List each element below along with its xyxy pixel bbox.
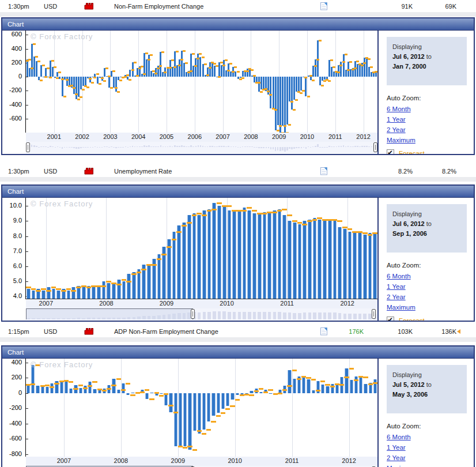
bar bbox=[197, 215, 201, 299]
forecast-marker bbox=[273, 393, 278, 395]
nav-mini-bar bbox=[326, 147, 328, 148]
y-tick-label: -400 bbox=[2, 101, 22, 108]
forecast-marker bbox=[202, 433, 206, 435]
forecast-link[interactable]: Forecast bbox=[399, 317, 425, 321]
nav-handle[interactable] bbox=[372, 309, 376, 319]
nav-mini-bar bbox=[66, 147, 68, 148]
nav-mini-bar bbox=[211, 146, 213, 147]
bar bbox=[236, 393, 239, 395]
forecast-marker bbox=[51, 287, 56, 288]
event-row[interactable]: 1:15pm USD ADP Non-Farm Employment Chang… bbox=[0, 325, 476, 337]
forecast-marker bbox=[347, 69, 350, 71]
forecast-marker bbox=[267, 212, 272, 213]
nav-scrollbar[interactable] bbox=[26, 142, 377, 153]
bar bbox=[217, 206, 221, 299]
gridline bbox=[335, 31, 336, 133]
y-tick-label: 4.0 bbox=[2, 292, 22, 299]
displaying-label: Displaying bbox=[392, 370, 461, 380]
y-tick-label: -600 bbox=[2, 435, 22, 442]
forecast-marker bbox=[185, 62, 188, 64]
news-icon[interactable] bbox=[320, 167, 332, 175]
forecast-marker bbox=[187, 446, 192, 447]
nav-mini-bar bbox=[172, 146, 173, 147]
zoom-link-1-year[interactable]: 1 Year bbox=[387, 444, 467, 451]
zoom-link-maximum[interactable]: Maximum bbox=[387, 137, 467, 144]
y-tick-label: 7.0 bbox=[2, 247, 22, 254]
forecast-marker bbox=[241, 77, 244, 79]
bar bbox=[192, 213, 197, 299]
event-row[interactable]: 1:30pm USD Non-Farm Employment Change 91… bbox=[0, 0, 476, 12]
nav-handle[interactable] bbox=[26, 142, 30, 152]
bar bbox=[199, 57, 201, 77]
bar bbox=[273, 77, 274, 110]
bar bbox=[312, 390, 315, 393]
y-tick-label: 400 bbox=[2, 45, 22, 52]
zoom-link-6-month[interactable]: 6 Month bbox=[387, 434, 467, 440]
nav-mini-bar bbox=[87, 147, 89, 148]
forecast-link[interactable]: Forecast bbox=[399, 150, 425, 155]
x-tick-label: 2009 bbox=[155, 300, 178, 307]
zoom-link-2-year[interactable]: 2 Year bbox=[387, 454, 467, 461]
zoom-link-2-year[interactable]: 2 Year bbox=[387, 126, 467, 133]
nav-mini-bar bbox=[256, 147, 258, 148]
forecast-marker bbox=[368, 383, 373, 385]
y-tick-label: 9.0 bbox=[2, 217, 22, 224]
zoom-link-1-year[interactable]: 1 Year bbox=[387, 283, 467, 290]
x-tick-label: 2010 bbox=[224, 457, 247, 464]
forecast-marker bbox=[86, 287, 92, 288]
nav-mini-bar bbox=[132, 146, 134, 147]
x-tick-label: 2012 bbox=[336, 300, 359, 307]
bar bbox=[82, 77, 84, 86]
bar bbox=[328, 60, 330, 77]
news-icon[interactable] bbox=[320, 2, 332, 10]
forecast-marker bbox=[51, 60, 54, 62]
bar bbox=[289, 77, 290, 101]
nav-mini-bar bbox=[163, 146, 164, 147]
y-tick-label: -400 bbox=[2, 420, 22, 427]
forecast-marker bbox=[122, 279, 127, 281]
forecast-marker bbox=[76, 287, 81, 288]
forecast-marker bbox=[161, 254, 167, 255]
forecast-marker bbox=[368, 58, 371, 60]
forecast-checkbox[interactable]: ✔ bbox=[387, 317, 394, 321]
bar bbox=[284, 77, 286, 133]
nav-selection[interactable] bbox=[26, 308, 193, 319]
forecast-marker bbox=[80, 96, 82, 98]
bar bbox=[296, 77, 297, 92]
news-icon[interactable] bbox=[320, 327, 332, 336]
zoom-link-maximum[interactable]: Maximum bbox=[387, 465, 467, 467]
bar bbox=[98, 390, 101, 393]
forecast-marker bbox=[73, 388, 78, 390]
bar bbox=[278, 209, 282, 299]
bar bbox=[267, 212, 271, 299]
nav-scrollbar[interactable] bbox=[26, 308, 377, 320]
forecast-marker bbox=[260, 91, 263, 93]
bar bbox=[92, 286, 96, 299]
nav-handle[interactable] bbox=[191, 309, 195, 319]
zoom-link-6-month[interactable]: 6 Month bbox=[387, 106, 467, 112]
nav-mini-bar bbox=[293, 313, 296, 319]
nav-mini-bar bbox=[353, 314, 357, 319]
event-row[interactable]: 1:30pm USD Unemployment Rate 8.2% 8.2% bbox=[0, 165, 476, 177]
zoom-link-1-year[interactable]: 1 Year bbox=[387, 116, 467, 123]
bar bbox=[177, 225, 181, 299]
nav-mini-bar bbox=[348, 314, 352, 319]
forecast-marker bbox=[145, 52, 148, 54]
nav-handle[interactable] bbox=[373, 142, 377, 152]
revision-spacer bbox=[456, 3, 461, 9]
chart-panel-title: Chart bbox=[7, 21, 24, 28]
zoom-link-maximum[interactable]: Maximum bbox=[387, 304, 467, 311]
zoom-link-6-month[interactable]: 6 Month bbox=[387, 273, 467, 280]
zoom-link-2-year[interactable]: 2 Year bbox=[387, 293, 467, 300]
nav-mini-bar bbox=[333, 146, 335, 147]
forecast-checkbox[interactable]: ✔ bbox=[387, 149, 394, 154]
nav-mini-bar bbox=[358, 314, 362, 319]
nav-mini-bar bbox=[233, 146, 235, 147]
nav-mini-bar bbox=[323, 312, 327, 319]
forecast-marker bbox=[342, 61, 345, 63]
bar bbox=[237, 210, 241, 299]
displaying-label: Displaying bbox=[392, 42, 461, 52]
event-title: Unemployment Rate bbox=[114, 168, 320, 175]
nav-mini-bar bbox=[253, 312, 256, 319]
bar bbox=[33, 57, 35, 77]
